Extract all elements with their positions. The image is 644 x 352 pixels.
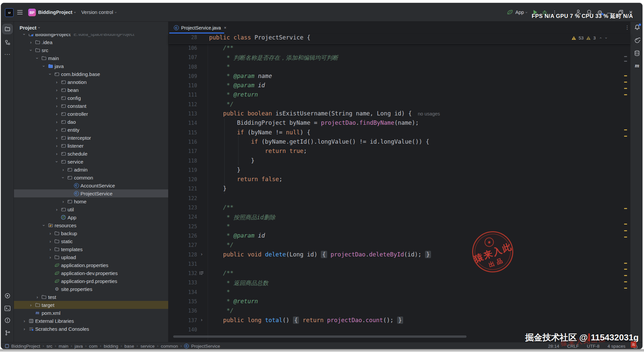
chevron-right-icon[interactable]: ›	[54, 207, 60, 212]
more-toolwindows-button[interactable]: ···	[3, 49, 12, 59]
version-control-toolwindow-button[interactable]	[3, 328, 12, 338]
tree-item-application-properties[interactable]: application.properties	[14, 261, 168, 269]
problems-toolwindow-button[interactable]	[3, 316, 12, 325]
chevron-right-icon[interactable]: ›	[22, 318, 27, 323]
code-lines[interactable]: 106 /**107 * 判断名称是否存在，添加和编辑均可判断108 *109 …	[169, 43, 630, 334]
code-line-108[interactable]: 108 *	[169, 62, 630, 72]
chevron-down-icon[interactable]: ›	[48, 71, 53, 77]
chevron-right-icon[interactable]: ›	[47, 231, 53, 236]
breadcrumb-item[interactable]: base	[124, 344, 134, 349]
structure-toolwindow-button[interactable]	[3, 37, 12, 47]
tree-item-templates[interactable]: ›templates	[14, 245, 168, 253]
tree-item-annotion[interactable]: ›annotion	[14, 78, 168, 86]
indent-setting[interactable]: 4 spaces	[608, 344, 625, 349]
code-line-123[interactable]: 123 /**	[169, 203, 630, 212]
tree-item-static[interactable]: ›static	[14, 237, 168, 245]
main-menu-button[interactable]	[17, 3, 23, 22]
code-line-122[interactable]: 122	[169, 194, 630, 203]
tab-list-button[interactable]: ⋮	[625, 25, 630, 31]
tree-item-scratches-and-consoles[interactable]: ›Scratches and Consoles	[14, 325, 168, 333]
project-panel-header[interactable]: Project›	[14, 22, 168, 34]
code-line-125[interactable]: 125 *	[169, 222, 630, 231]
horizontal-scrollbar[interactable]	[173, 335, 466, 338]
code-line-110[interactable]: 110 * @param id	[169, 81, 630, 90]
code-line-134[interactable]: 134 *	[169, 288, 630, 297]
next-problem-icon[interactable]: ›	[604, 37, 609, 39]
tree-item-main[interactable]: ›main	[14, 54, 168, 62]
chevron-down-icon[interactable]: ›	[29, 47, 34, 53]
code-line-113[interactable]: 113 public boolean isExistUsername(Strin…	[169, 109, 630, 118]
chevron-right-icon[interactable]: ›	[54, 104, 60, 108]
inspections-widget[interactable]: 53 3 › ›	[571, 35, 607, 40]
tree-item-application-prd-properties[interactable]: application-prd.properties	[14, 277, 168, 285]
vcs-selector[interactable]: Version control›	[81, 3, 117, 22]
code-line-120[interactable]: 120 return false;	[169, 175, 630, 184]
chevron-right-icon[interactable]: ›	[54, 127, 60, 132]
notifications-button[interactable]	[633, 23, 641, 32]
code-line-114[interactable]: 114 BiddingProject byName = projectDao.f…	[169, 118, 630, 128]
code-line-107[interactable]: 107 * 判断名称是否存在，添加和编辑均可判断	[169, 53, 630, 62]
code-line-126[interactable]: 126 * @param id	[169, 231, 630, 241]
database-button[interactable]	[633, 49, 641, 57]
code-line-106[interactable]: 106 /**	[169, 43, 630, 53]
prev-problem-icon[interactable]: ›	[598, 37, 603, 39]
tree-item-common[interactable]: ›common	[14, 174, 168, 181]
tree-item-resources[interactable]: ›resources	[14, 221, 168, 229]
tree-item-interceptor[interactable]: ›interceptor	[14, 134, 168, 142]
breadcrumb-item[interactable]: com	[89, 344, 98, 349]
chevron-right-icon[interactable]: ›	[54, 88, 60, 93]
breadcrumb-item[interactable]: common	[161, 344, 178, 349]
code-line-124[interactable]: 124 * 按照商品id删除	[169, 212, 630, 222]
run-configuration-selector[interactable]: App›	[507, 10, 528, 15]
chevron-right-icon[interactable]: ›	[28, 303, 34, 308]
tree-item-app[interactable]: App	[14, 213, 168, 221]
tree-item-util[interactable]: ›util	[14, 205, 168, 213]
breadcrumb-item[interactable]: service	[140, 344, 155, 349]
tree-item-admin[interactable]: ›admin	[14, 166, 168, 174]
tree-item-constant[interactable]: ›constant	[14, 102, 168, 110]
breadcrumb-item[interactable]: src	[46, 344, 52, 349]
chevron-right-icon[interactable]: ›	[54, 135, 60, 140]
fold-arrow-icon[interactable]: ›	[201, 317, 203, 322]
breadcrumb-item[interactable]: ProjectService	[191, 344, 220, 349]
chevron-right-icon[interactable]: ›	[54, 143, 60, 148]
tree-item-schedule[interactable]: ›schedule	[14, 150, 168, 158]
chevron-down-icon[interactable]: ›	[41, 63, 46, 69]
tree-item-upload[interactable]: ›upload	[14, 253, 168, 261]
maven-button[interactable]: m	[633, 61, 641, 70]
tree-item-test[interactable]: ›test	[14, 293, 168, 301]
chevron-right-icon[interactable]: ›	[54, 151, 60, 156]
code-line-137[interactable]: 137› public long total() { return projec…	[169, 316, 630, 325]
close-tab-icon[interactable]: ×	[224, 25, 227, 30]
tree-item-application-dev-properties[interactable]: application-dev.properties	[14, 269, 168, 277]
tree-item-pom-xml[interactable]: mpom.xml	[14, 309, 168, 317]
chevron-right-icon[interactable]: ›	[54, 80, 60, 85]
project-toolwindow-button[interactable]	[3, 24, 12, 34]
services-toolwindow-button[interactable]	[3, 291, 12, 301]
chevron-right-icon[interactable]: ›	[35, 295, 40, 300]
tree-item-service[interactable]: ›service	[14, 158, 168, 166]
gutter-icon[interactable]	[199, 271, 204, 275]
code-line-132[interactable]: 132 /**	[169, 269, 630, 278]
code-line-117[interactable]: 117 return true;	[169, 147, 630, 156]
breadcrumb-item[interactable]: main	[59, 344, 68, 349]
code-line-112[interactable]: 112 */	[169, 100, 630, 109]
chevron-right-icon[interactable]: ›	[54, 111, 60, 116]
tree-item-home[interactable]: ›home	[14, 197, 168, 205]
caret-position[interactable]: 28:14	[548, 344, 559, 349]
chevron-right-icon[interactable]: ›	[54, 119, 60, 124]
tree-item-external-libraries[interactable]: ›External Libraries	[14, 317, 168, 325]
code-line-116[interactable]: 116 if (byName.getId().longValue() != id…	[169, 137, 630, 147]
tree-item-listener[interactable]: ›listener	[14, 142, 168, 150]
tree-item-src[interactable]: ›src	[14, 46, 168, 54]
sticky-header-line[interactable]: 28 public class ProjectService {	[169, 34, 630, 44]
code-line-131[interactable]: 131	[169, 259, 630, 269]
chevron-down-icon[interactable]: ›	[61, 175, 66, 180]
chevron-down-icon[interactable]: ›	[35, 55, 40, 61]
code-line-136[interactable]: 136 */	[169, 306, 630, 316]
tree-item-java[interactable]: ›java	[14, 62, 168, 70]
code-line-111[interactable]: 111 * @return	[169, 90, 630, 100]
code-line-128[interactable]: 128› public void delete(Long id) { proje…	[169, 250, 630, 259]
chevron-right-icon[interactable]: ›	[47, 239, 53, 244]
project-selector[interactable]: BiddingProject›	[38, 3, 76, 22]
